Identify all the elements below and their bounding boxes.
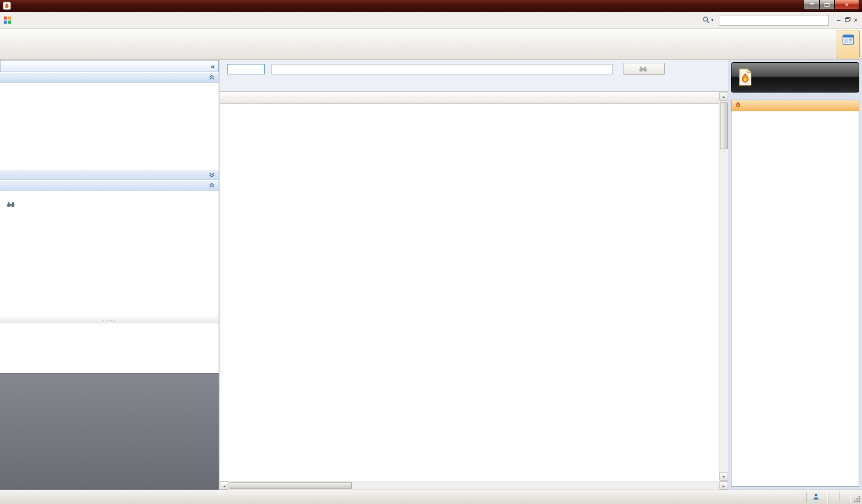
toolbar-button-riepilogo[interactable] <box>837 30 860 58</box>
restore-icon <box>845 18 849 22</box>
flame-icon <box>734 101 742 110</box>
dati-materia-header <box>731 100 859 111</box>
mdi-minimize-button[interactable]: – <box>837 17 841 24</box>
section-header-recenti[interactable] <box>0 170 219 180</box>
statusbar-datetime <box>839 492 851 502</box>
vertical-scrollbar[interactable]: ▲ ▼ <box>719 92 728 481</box>
trova-button[interactable] <box>623 63 665 75</box>
user-icon <box>812 493 820 501</box>
maximize-icon <box>825 3 830 7</box>
right-panel <box>728 60 862 490</box>
search-dropdown-button[interactable]: ▾ <box>700 15 715 26</box>
collapse-sidebar-button[interactable]: « <box>211 62 215 71</box>
suggestion-para-2 <box>6 200 213 208</box>
grid-body <box>220 104 719 481</box>
titlebar: × <box>0 0 862 12</box>
tabstrip <box>220 78 728 91</box>
app-window: × ▾ – × « <box>0 0 862 504</box>
scroll-up-arrow[interactable]: ▲ <box>719 92 728 101</box>
sidebar: « <box>0 60 219 490</box>
denominazione-input[interactable] <box>272 64 613 74</box>
window-controls: × <box>804 0 859 12</box>
riepilogo-icon <box>841 32 855 47</box>
binoculars-icon <box>7 202 15 208</box>
statusbar-user <box>806 492 828 502</box>
dati-materia-fields <box>731 111 859 118</box>
binoculars-icon <box>639 66 647 72</box>
chevron-down-icon[interactable] <box>209 172 215 177</box>
dati-materia-panel <box>731 100 859 487</box>
horizontal-scrollbar[interactable]: ◄ ► <box>220 481 728 490</box>
resize-grip[interactable] <box>852 494 861 503</box>
mdi-window-controls: – × <box>837 17 858 24</box>
toolbar-spacer <box>1 30 837 58</box>
section-header-archivio[interactable] <box>0 72 219 83</box>
menubar-right: ▾ – × <box>700 15 859 26</box>
onu-input[interactable] <box>227 64 265 74</box>
horizontal-scrollbar-thumb[interactable] <box>230 482 352 489</box>
app-icon <box>3 2 11 11</box>
window-minimize-button[interactable] <box>804 0 820 10</box>
statusbar <box>0 490 862 504</box>
scroll-down-arrow[interactable]: ▼ <box>719 472 728 481</box>
search-bar <box>220 60 728 78</box>
main-area: « <box>0 60 862 490</box>
menu-app-icon[interactable] <box>3 16 12 24</box>
sidebar-splitter[interactable]: ····· <box>0 317 219 323</box>
grid-header <box>220 92 719 104</box>
minimize-icon <box>810 3 814 4</box>
mdi-close-button[interactable]: × <box>854 17 858 24</box>
sidebar-title: « <box>0 60 219 72</box>
suggestion-panel <box>0 191 219 317</box>
sidebar-nav <box>0 323 219 373</box>
statusbar-adr-version <box>828 492 839 502</box>
compila-tremcards-button[interactable] <box>731 62 859 93</box>
window-close-button[interactable]: × <box>834 0 859 10</box>
toolbar <box>0 29 862 60</box>
section-header-suggerimenti[interactable] <box>0 180 219 191</box>
center-panel: ▲ ▼ ◄ ► <box>220 60 728 490</box>
scroll-right-arrow[interactable]: ► <box>719 481 728 490</box>
window-maximize-button[interactable] <box>820 0 834 10</box>
sidebar-filler <box>0 373 219 490</box>
menubar: ▾ – × <box>0 12 862 29</box>
chevron-up-icon[interactable] <box>209 75 215 80</box>
chevron-down-icon: ▾ <box>711 18 713 23</box>
global-search-input[interactable] <box>719 15 829 26</box>
vertical-scrollbar-thumb[interactable] <box>720 102 728 149</box>
mdi-restore-button[interactable] <box>845 18 849 22</box>
search-icon <box>702 16 710 25</box>
chevron-up-icon[interactable] <box>209 183 215 188</box>
archivio-tree <box>0 83 219 170</box>
tremcard-flame-doc-icon <box>736 68 755 88</box>
materie-grid: ▲ ▼ <box>220 91 728 481</box>
scroll-left-arrow[interactable]: ◄ <box>220 481 229 490</box>
